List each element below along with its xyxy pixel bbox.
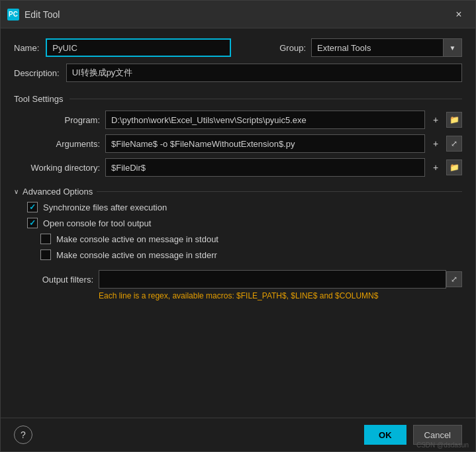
close-button[interactable]: × bbox=[449, 5, 469, 24]
tool-settings-header: Tool Settings bbox=[14, 94, 462, 104]
working-dir-input-container: + 📁 bbox=[105, 158, 462, 177]
console-stderr-label: Make console active on message in stderr bbox=[56, 250, 217, 260]
group-container: Group: External Tools ▼ bbox=[279, 38, 462, 57]
arguments-input[interactable] bbox=[105, 134, 425, 153]
open-console-label: Open console for tool output bbox=[43, 218, 151, 228]
working-dir-input[interactable] bbox=[105, 158, 425, 177]
name-label: Name: bbox=[14, 43, 39, 53]
description-row: Description: bbox=[14, 64, 462, 82]
description-label: Description: bbox=[14, 68, 60, 78]
console-stderr-row: Make console active on message in stderr bbox=[40, 249, 462, 260]
program-label: Program: bbox=[21, 115, 100, 125]
program-input[interactable] bbox=[105, 111, 425, 129]
program-folder-button[interactable]: 📁 bbox=[446, 112, 462, 128]
arguments-expand-button[interactable]: ⤢ bbox=[446, 136, 462, 152]
open-console-cb[interactable] bbox=[27, 218, 38, 228]
working-dir-plus-button[interactable]: + bbox=[428, 159, 444, 175]
group-select[interactable]: External Tools bbox=[311, 38, 444, 57]
help-button[interactable]: ? bbox=[14, 426, 32, 444]
sync-files-cb[interactable] bbox=[27, 202, 38, 212]
advanced-label: Advanced Options bbox=[23, 187, 93, 197]
name-group-row: Name: Group: External Tools ▼ bbox=[14, 38, 462, 57]
open-console-row: Open console for tool output bbox=[27, 218, 462, 228]
group-label: Group: bbox=[279, 43, 306, 53]
arguments-input-container: + ⤢ bbox=[105, 134, 462, 153]
working-dir-folder-button[interactable]: 📁 bbox=[446, 159, 462, 175]
console-stdout-row: Make console active on message in stdout bbox=[40, 234, 462, 244]
output-filters-input-container: ⤢ bbox=[99, 270, 462, 289]
dialog-title: Edit Tool bbox=[24, 9, 449, 20]
tool-settings-divider bbox=[70, 99, 462, 99]
watermark: CSDN @dsdasun bbox=[416, 441, 469, 449]
app-icon: PC bbox=[7, 9, 19, 21]
group-select-row: External Tools ▼ bbox=[311, 38, 462, 57]
tool-settings-fields: Program: + 📁 Arguments: + ⤢ Working dire… bbox=[14, 111, 462, 177]
tool-settings-label: Tool Settings bbox=[14, 94, 63, 104]
sync-files-checkbox[interactable]: Synchronize files after execution bbox=[27, 202, 167, 212]
edit-tool-dialog: PC Edit Tool × Name: Group: External Too… bbox=[0, 0, 476, 452]
description-input[interactable] bbox=[66, 64, 462, 82]
arguments-plus-button[interactable]: + bbox=[428, 136, 444, 152]
console-stdout-checkbox[interactable]: Make console active on message in stdout bbox=[40, 234, 218, 244]
advanced-divider bbox=[97, 191, 462, 192]
advanced-chevron[interactable]: ∨ bbox=[14, 188, 19, 195]
output-filters-input[interactable] bbox=[99, 270, 446, 289]
output-filters-section: Output filters: ⤢ Each line is a regex, … bbox=[14, 270, 462, 300]
ok-button[interactable]: OK bbox=[364, 425, 406, 445]
output-filters-label: Output filters: bbox=[14, 275, 93, 285]
advanced-checkboxes: Synchronize files after execution Open c… bbox=[14, 202, 462, 260]
name-input[interactable] bbox=[46, 38, 231, 57]
output-filters-expand-button[interactable]: ⤢ bbox=[446, 271, 462, 287]
console-stderr-checkbox[interactable]: Make console active on message in stderr bbox=[40, 249, 217, 260]
dialog-content: Name: Group: External Tools ▼ Descriptio… bbox=[1, 28, 475, 418]
bottom-bar: ? OK Cancel bbox=[1, 418, 475, 451]
title-bar: PC Edit Tool × bbox=[1, 1, 475, 28]
group-select-value: External Tools bbox=[317, 43, 438, 53]
sync-files-label: Synchronize files after execution bbox=[43, 203, 167, 212]
group-dropdown-arrow[interactable]: ▼ bbox=[444, 38, 462, 57]
sync-files-row: Synchronize files after execution bbox=[27, 202, 462, 212]
advanced-header: ∨ Advanced Options bbox=[14, 187, 462, 197]
arguments-label: Arguments: bbox=[21, 139, 100, 149]
arguments-row: Arguments: + ⤢ bbox=[21, 134, 462, 153]
working-dir-label: Working directory: bbox=[21, 163, 100, 173]
program-row: Program: + 📁 bbox=[21, 111, 462, 129]
open-console-checkbox[interactable]: Open console for tool output bbox=[27, 218, 151, 228]
program-input-container: + 📁 bbox=[105, 111, 462, 129]
output-filters-row: Output filters: ⤢ bbox=[14, 270, 462, 289]
console-stdout-cb[interactable] bbox=[40, 234, 51, 244]
console-stderr-cb[interactable] bbox=[40, 249, 51, 260]
advanced-section: ∨ Advanced Options Synchronize files aft… bbox=[14, 187, 462, 260]
output-filters-hint: Each line is a regex, available macros: … bbox=[14, 291, 462, 300]
program-plus-button[interactable]: + bbox=[428, 112, 444, 128]
console-stdout-label: Make console active on message in stdout bbox=[56, 234, 218, 244]
working-dir-row: Working directory: + 📁 bbox=[21, 158, 462, 177]
